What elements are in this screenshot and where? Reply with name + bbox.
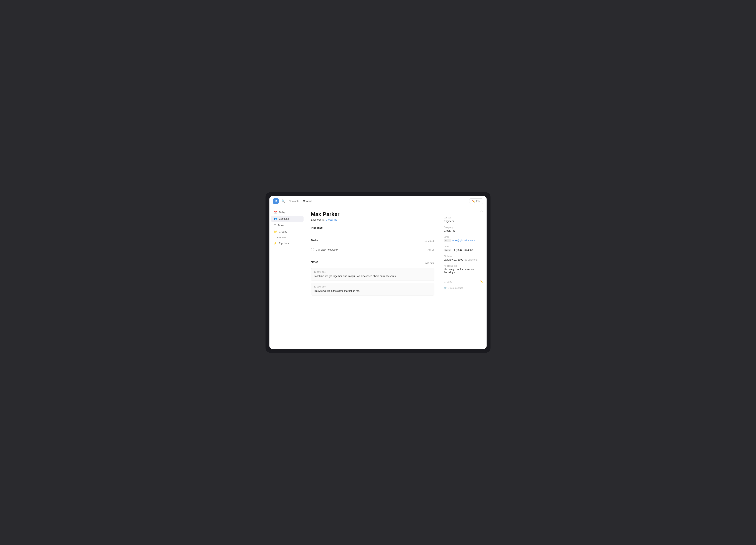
phone-badge: Work xyxy=(444,249,451,252)
phone-field: Phone Work +1 (954) 123-4567 xyxy=(444,246,483,252)
breadcrumb-separator: / xyxy=(301,200,301,203)
right-panel: ☆ Job title Engineer Company Global Inc … xyxy=(440,206,487,349)
pipelines-title: Pipelines xyxy=(311,226,323,229)
trash-icon: 🗑️ xyxy=(444,286,447,289)
task-left: Call back next week xyxy=(311,248,338,251)
add-note-link[interactable]: + Add note xyxy=(423,262,434,264)
edit-icon: ✏️ xyxy=(472,200,475,203)
note-date-2: 12 days ago xyxy=(314,285,431,288)
search-icon[interactable]: 🔍 xyxy=(282,199,285,203)
contact-subtitle: Engineer at Global Inc xyxy=(311,218,434,221)
sidebar-sub-item-favorites[interactable]: Favorites xyxy=(269,235,305,240)
device-frame: R 🔍 Contacts / Contact ✏️ Edit 📅 Today xyxy=(266,192,490,353)
sidebar-item-groups[interactable]: 📁 Groups xyxy=(271,229,304,235)
phone-value: +1 (954) 123-4567 xyxy=(452,249,473,252)
sidebar-item-today[interactable]: 📅 Today xyxy=(271,209,304,216)
task-item: Call back next week Apr 08 xyxy=(311,246,434,253)
note-text-2: His wife works in the same market as me. xyxy=(314,289,431,293)
sidebar-item-pipelines[interactable]: ⚡ Pipelines xyxy=(271,240,304,246)
contact-name: Max Parker xyxy=(311,211,434,217)
app-logo: R xyxy=(273,198,279,204)
phone-value-row: Work +1 (954) 123-4567 xyxy=(444,249,483,252)
job-title-value: Engineer xyxy=(444,220,483,223)
tasks-title: Tasks xyxy=(311,239,318,242)
task-name: Call back next week xyxy=(316,248,338,251)
company-label: Company xyxy=(444,226,483,229)
company-value: Global Inc xyxy=(444,229,483,232)
birthday-age: (31 years old) xyxy=(464,259,478,261)
edit-button[interactable]: ✏️ Edit xyxy=(469,199,483,204)
pipelines-divider xyxy=(311,235,434,235)
sidebar-item-tasks[interactable]: ☰ Tasks xyxy=(271,222,304,228)
email-field: Email Work max@globalinc.com xyxy=(444,236,483,242)
note-card-1: 12 days ago Last time we got together wa… xyxy=(311,268,434,281)
pipelines-icon: ⚡ xyxy=(274,242,277,245)
phone-label: Phone xyxy=(444,246,483,248)
additional-info-label: Additional info xyxy=(444,265,483,267)
breadcrumb-current: Contact xyxy=(303,200,312,203)
tasks-section-header: Tasks + Add task xyxy=(311,239,434,244)
note-text-1: Last time we got together was in April. … xyxy=(314,274,431,278)
notes-title: Notes xyxy=(311,261,318,264)
content-area: Max Parker Engineer at Global Inc Pipeli… xyxy=(305,206,440,349)
main-layout: 📅 Today 👥 Contacts ☰ Tasks 📁 Groups Favo… xyxy=(269,206,487,349)
contact-company[interactable]: Global Inc xyxy=(326,218,337,221)
email-value-row: Work max@globalinc.com xyxy=(444,239,483,242)
note-date-1: 12 days ago xyxy=(314,271,431,273)
pipelines-section-header: Pipelines xyxy=(311,226,434,231)
contact-job-title: Engineer xyxy=(311,218,321,221)
job-title-label: Job title xyxy=(444,217,483,219)
breadcrumb-root[interactable]: Contacts xyxy=(289,200,299,203)
sidebar-item-contacts[interactable]: 👥 Contacts xyxy=(271,216,304,222)
groups-header: Groups ✏️ xyxy=(444,280,483,283)
task-checkbox[interactable] xyxy=(311,248,314,251)
job-title-field: Job title Engineer xyxy=(444,217,483,223)
breadcrumb: Contacts / Contact xyxy=(285,200,469,203)
add-task-link[interactable]: + Add task xyxy=(424,240,434,243)
app-window: R 🔍 Contacts / Contact ✏️ Edit 📅 Today xyxy=(269,196,487,349)
note-card-2: 12 days ago His wife works in the same m… xyxy=(311,283,434,295)
groups-icon: 📁 xyxy=(274,230,277,233)
birthday-value: January 10, 1992 (31 years old) xyxy=(444,258,483,261)
groups-label: Groups xyxy=(444,280,452,283)
notes-section-header: Notes + Add note xyxy=(311,261,434,266)
birthday-label: Birthday xyxy=(444,255,483,258)
delete-contact-button[interactable]: 🗑️ Delete contact xyxy=(444,286,483,289)
email-label: Email xyxy=(444,236,483,238)
birthday-field: Birthday January 10, 1992 (31 years old) xyxy=(444,255,483,261)
email-value[interactable]: max@globalinc.com xyxy=(452,239,475,242)
company-field: Company Global Inc xyxy=(444,226,483,232)
header-bar: R 🔍 Contacts / Contact ✏️ Edit xyxy=(269,196,487,206)
contacts-icon: 👥 xyxy=(274,217,277,221)
task-date: Apr 08 xyxy=(428,249,434,251)
additional-info-field: Additional info He can go out for drinks… xyxy=(444,265,483,273)
tasks-icon: ☰ xyxy=(274,224,276,227)
contact-at: at xyxy=(322,218,324,221)
sidebar: 📅 Today 👥 Contacts ☰ Tasks 📁 Groups Favo… xyxy=(269,206,305,349)
email-badge: Work xyxy=(444,239,451,242)
additional-info-value: He can go out for drinks on Tuesdays. xyxy=(444,268,483,273)
star-icon[interactable]: ☆ xyxy=(444,210,483,214)
calendar-icon: 📅 xyxy=(274,211,277,214)
groups-edit-icon[interactable]: ✏️ xyxy=(480,280,483,283)
tasks-divider xyxy=(311,257,434,257)
